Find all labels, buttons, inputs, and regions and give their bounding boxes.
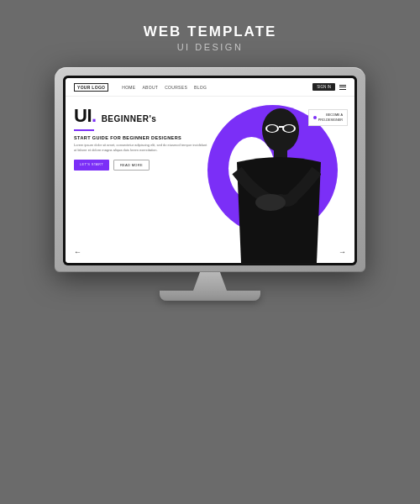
menu-bar-1 — [339, 85, 346, 86]
monitor: YOUR LOGO HOME ABOUT COURSES BLOG SIGN I… — [55, 67, 365, 301]
hamburger-menu-icon[interactable] — [339, 85, 346, 90]
site-nav: YOUR LOGO HOME ABOUT COURSES BLOG SIGN I… — [66, 78, 354, 97]
hero-subtitle: START GUIDE FOR BEGINNER DESIGNERS — [74, 135, 229, 140]
hero-nav-arrows: ← → — [66, 248, 354, 256]
page-subtitle: UI DESIGN — [144, 42, 277, 52]
hero-prev-arrow[interactable]: ← — [74, 248, 81, 256]
monitor-screen: YOUR LOGO HOME ABOUT COURSES BLOG SIGN I… — [66, 78, 354, 263]
menu-bar-3 — [339, 89, 346, 90]
hero-badge: BECOME APRO-DESIGNER — [308, 109, 348, 126]
svg-point-7 — [255, 194, 286, 211]
hero-section: UI. BEGINNER's START GUIDE FOR BEGINNER … — [66, 97, 354, 263]
hero-badge-text: BECOME APRO-DESIGNER — [318, 113, 343, 123]
hero-decorative-circle — [179, 200, 208, 229]
badge-dot-icon — [313, 116, 317, 119]
hero-secondary-button[interactable]: READ MORE — [113, 160, 150, 171]
hero-primary-button[interactable]: LET'S START — [74, 160, 109, 171]
nav-home[interactable]: HOME — [122, 85, 135, 90]
hero-content: UI. BEGINNER's START GUIDE FOR BEGINNER … — [74, 107, 229, 171]
hero-next-arrow[interactable]: → — [339, 248, 346, 256]
hero-big-text: UI. — [74, 107, 97, 125]
monitor-stand-base — [160, 291, 260, 301]
page-header: WEB TEMPLATE UI DESIGN — [144, 24, 277, 52]
nav-blog[interactable]: BLOG — [194, 85, 207, 90]
screen-border: YOUR LOGO HOME ABOUT COURSES BLOG SIGN I… — [63, 76, 357, 265]
page-title: WEB TEMPLATE — [144, 24, 277, 40]
svg-point-4 — [267, 125, 277, 132]
hero-beginner-text: BEGINNER's — [102, 114, 157, 123]
hero-divider — [74, 129, 94, 131]
svg-point-5 — [284, 125, 294, 132]
menu-bar-2 — [339, 87, 346, 87]
hero-buttons: LET'S START READ MORE — [74, 160, 229, 171]
monitor-stand-neck — [193, 272, 227, 291]
site-logo: YOUR LOGO — [74, 83, 108, 92]
signin-button[interactable]: SIGN IN — [312, 83, 335, 91]
monitor-body: YOUR LOGO HOME ABOUT COURSES BLOG SIGN I… — [55, 67, 365, 272]
hero-dot: . — [92, 105, 97, 126]
nav-links: HOME ABOUT COURSES BLOG — [122, 85, 312, 90]
hero-body-text: Lorem ipsum dolor sit amet, consectetur … — [74, 143, 208, 153]
nav-about[interactable]: ABOUT — [142, 85, 158, 90]
nav-courses[interactable]: COURSES — [165, 85, 187, 90]
